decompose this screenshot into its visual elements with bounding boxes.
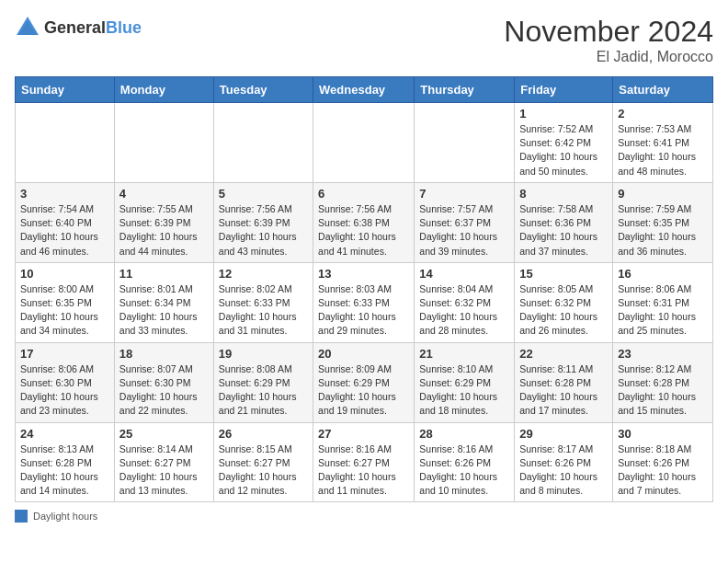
day-number: 26 bbox=[219, 427, 308, 441]
legend: Daylight hours bbox=[15, 510, 713, 523]
calendar-cell: 4Sunrise: 7:55 AM Sunset: 6:39 PM Daylig… bbox=[114, 182, 213, 262]
calendar-cell: 13Sunrise: 8:03 AM Sunset: 6:33 PM Dayli… bbox=[313, 262, 415, 342]
day-number: 6 bbox=[318, 187, 409, 201]
day-number: 15 bbox=[519, 267, 608, 281]
day-info: Sunrise: 8:14 AM Sunset: 6:27 PM Dayligh… bbox=[119, 442, 209, 499]
calendar-body: 1Sunrise: 7:52 AM Sunset: 6:42 PM Daylig… bbox=[16, 103, 713, 502]
day-info: Sunrise: 7:54 AM Sunset: 6:40 PM Dayligh… bbox=[20, 202, 109, 259]
calendar-cell: 26Sunrise: 8:15 AM Sunset: 6:27 PM Dayli… bbox=[213, 422, 313, 502]
calendar-cell: 9Sunrise: 7:59 AM Sunset: 6:35 PM Daylig… bbox=[613, 182, 713, 262]
day-number: 24 bbox=[20, 427, 109, 441]
day-info: Sunrise: 8:16 AM Sunset: 6:26 PM Dayligh… bbox=[419, 442, 509, 499]
calendar-header: SundayMondayTuesdayWednesdayThursdayFrid… bbox=[16, 77, 713, 103]
day-number: 18 bbox=[119, 347, 209, 361]
calendar-cell: 22Sunrise: 8:11 AM Sunset: 6:28 PM Dayli… bbox=[515, 342, 613, 422]
day-number: 10 bbox=[20, 267, 109, 281]
day-info: Sunrise: 8:06 AM Sunset: 6:30 PM Dayligh… bbox=[20, 362, 109, 419]
day-number: 9 bbox=[618, 187, 708, 201]
day-number: 5 bbox=[219, 187, 308, 201]
day-info: Sunrise: 8:08 AM Sunset: 6:29 PM Dayligh… bbox=[219, 362, 308, 419]
header-day-monday: Monday bbox=[114, 77, 213, 103]
header-day-tuesday: Tuesday bbox=[213, 77, 313, 103]
header-day-wednesday: Wednesday bbox=[313, 77, 415, 103]
calendar-cell: 17Sunrise: 8:06 AM Sunset: 6:30 PM Dayli… bbox=[16, 342, 115, 422]
calendar-cell: 21Sunrise: 8:10 AM Sunset: 6:29 PM Dayli… bbox=[415, 342, 515, 422]
month-title: November 2024 bbox=[504, 15, 713, 49]
week-row-1: 1Sunrise: 7:52 AM Sunset: 6:42 PM Daylig… bbox=[16, 103, 713, 183]
calendar-cell: 3Sunrise: 7:54 AM Sunset: 6:40 PM Daylig… bbox=[16, 182, 115, 262]
header-day-friday: Friday bbox=[515, 77, 613, 103]
day-number: 11 bbox=[119, 267, 209, 281]
header-day-saturday: Saturday bbox=[613, 77, 713, 103]
calendar-cell: 1Sunrise: 7:52 AM Sunset: 6:42 PM Daylig… bbox=[515, 103, 613, 183]
legend-box bbox=[15, 510, 28, 523]
calendar-cell: 10Sunrise: 8:00 AM Sunset: 6:35 PM Dayli… bbox=[16, 262, 115, 342]
day-info: Sunrise: 7:58 AM Sunset: 6:36 PM Dayligh… bbox=[519, 202, 608, 259]
day-info: Sunrise: 8:16 AM Sunset: 6:27 PM Dayligh… bbox=[318, 442, 409, 499]
calendar-cell: 29Sunrise: 8:17 AM Sunset: 6:26 PM Dayli… bbox=[515, 422, 613, 502]
day-number: 30 bbox=[618, 427, 708, 441]
day-number: 2 bbox=[618, 107, 708, 121]
day-number: 20 bbox=[318, 347, 409, 361]
calendar-cell: 5Sunrise: 7:56 AM Sunset: 6:39 PM Daylig… bbox=[213, 182, 313, 262]
week-row-2: 3Sunrise: 7:54 AM Sunset: 6:40 PM Daylig… bbox=[16, 182, 713, 262]
day-info: Sunrise: 8:12 AM Sunset: 6:28 PM Dayligh… bbox=[618, 362, 708, 419]
calendar-cell bbox=[213, 103, 313, 183]
day-number: 13 bbox=[318, 267, 409, 281]
day-info: Sunrise: 7:56 AM Sunset: 6:39 PM Dayligh… bbox=[219, 202, 308, 259]
calendar-cell: 18Sunrise: 8:07 AM Sunset: 6:30 PM Dayli… bbox=[114, 342, 213, 422]
week-row-4: 17Sunrise: 8:06 AM Sunset: 6:30 PM Dayli… bbox=[16, 342, 713, 422]
calendar-cell bbox=[415, 103, 515, 183]
day-info: Sunrise: 8:15 AM Sunset: 6:27 PM Dayligh… bbox=[219, 442, 308, 499]
day-info: Sunrise: 8:06 AM Sunset: 6:31 PM Dayligh… bbox=[618, 282, 708, 339]
day-number: 17 bbox=[20, 347, 109, 361]
day-info: Sunrise: 7:55 AM Sunset: 6:39 PM Dayligh… bbox=[119, 202, 209, 259]
calendar-cell: 11Sunrise: 8:01 AM Sunset: 6:34 PM Dayli… bbox=[114, 262, 213, 342]
day-number: 4 bbox=[119, 187, 209, 201]
day-info: Sunrise: 8:09 AM Sunset: 6:29 PM Dayligh… bbox=[318, 362, 409, 419]
day-info: Sunrise: 8:17 AM Sunset: 6:26 PM Dayligh… bbox=[519, 442, 608, 499]
day-number: 1 bbox=[519, 107, 608, 121]
day-info: Sunrise: 8:18 AM Sunset: 6:26 PM Dayligh… bbox=[618, 442, 708, 499]
calendar-cell bbox=[313, 103, 415, 183]
day-info: Sunrise: 7:53 AM Sunset: 6:41 PM Dayligh… bbox=[618, 122, 708, 178]
day-number: 16 bbox=[618, 267, 708, 281]
week-row-3: 10Sunrise: 8:00 AM Sunset: 6:35 PM Dayli… bbox=[16, 262, 713, 342]
day-info: Sunrise: 8:11 AM Sunset: 6:28 PM Dayligh… bbox=[519, 362, 608, 419]
calendar-cell: 2Sunrise: 7:53 AM Sunset: 6:41 PM Daylig… bbox=[613, 103, 713, 183]
header-day-thursday: Thursday bbox=[415, 77, 515, 103]
day-number: 12 bbox=[219, 267, 308, 281]
day-number: 8 bbox=[519, 187, 608, 201]
day-info: Sunrise: 8:05 AM Sunset: 6:32 PM Dayligh… bbox=[519, 282, 608, 339]
day-number: 3 bbox=[20, 187, 109, 201]
day-number: 21 bbox=[419, 347, 509, 361]
day-number: 14 bbox=[419, 267, 509, 281]
logo-general: General bbox=[44, 18, 106, 37]
day-number: 29 bbox=[519, 427, 608, 441]
day-number: 7 bbox=[419, 187, 509, 201]
calendar-cell: 16Sunrise: 8:06 AM Sunset: 6:31 PM Dayli… bbox=[613, 262, 713, 342]
calendar-cell: 12Sunrise: 8:02 AM Sunset: 6:33 PM Dayli… bbox=[213, 262, 313, 342]
day-number: 25 bbox=[119, 427, 209, 441]
day-info: Sunrise: 8:07 AM Sunset: 6:30 PM Dayligh… bbox=[119, 362, 209, 419]
day-number: 22 bbox=[519, 347, 608, 361]
location-title: El Jadid, Morocco bbox=[504, 49, 713, 65]
day-info: Sunrise: 8:02 AM Sunset: 6:33 PM Dayligh… bbox=[219, 282, 308, 339]
day-info: Sunrise: 8:13 AM Sunset: 6:28 PM Dayligh… bbox=[20, 442, 109, 499]
day-info: Sunrise: 8:10 AM Sunset: 6:29 PM Dayligh… bbox=[419, 362, 509, 419]
logo-blue: Blue bbox=[106, 18, 142, 37]
logo-icon bbox=[15, 15, 40, 40]
day-info: Sunrise: 7:57 AM Sunset: 6:37 PM Dayligh… bbox=[419, 202, 509, 259]
calendar-cell bbox=[114, 103, 213, 183]
logo: GeneralBlue bbox=[15, 15, 142, 40]
header-row: SundayMondayTuesdayWednesdayThursdayFrid… bbox=[16, 77, 713, 103]
calendar-cell: 28Sunrise: 8:16 AM Sunset: 6:26 PM Dayli… bbox=[415, 422, 515, 502]
day-info: Sunrise: 8:03 AM Sunset: 6:33 PM Dayligh… bbox=[318, 282, 409, 339]
calendar-cell: 15Sunrise: 8:05 AM Sunset: 6:32 PM Dayli… bbox=[515, 262, 613, 342]
day-info: Sunrise: 7:59 AM Sunset: 6:35 PM Dayligh… bbox=[618, 202, 708, 259]
calendar-cell: 27Sunrise: 8:16 AM Sunset: 6:27 PM Dayli… bbox=[313, 422, 415, 502]
calendar-cell: 30Sunrise: 8:18 AM Sunset: 6:26 PM Dayli… bbox=[613, 422, 713, 502]
day-number: 27 bbox=[318, 427, 409, 441]
day-info: Sunrise: 7:56 AM Sunset: 6:38 PM Dayligh… bbox=[318, 202, 409, 259]
day-number: 19 bbox=[219, 347, 308, 361]
